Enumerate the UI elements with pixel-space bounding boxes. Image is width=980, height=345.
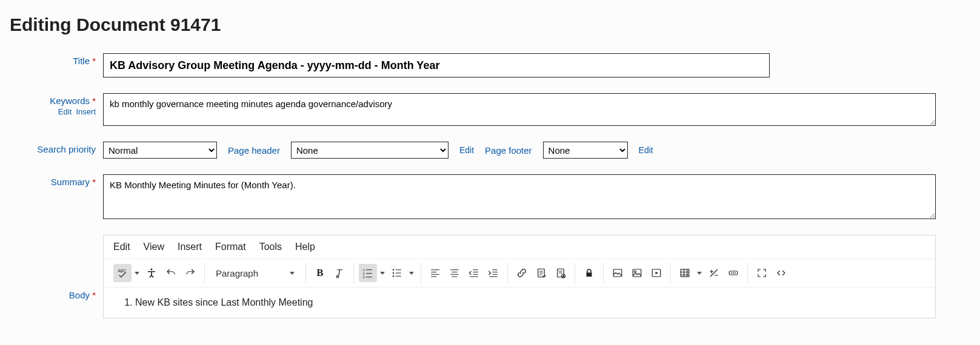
row-search-priority: Search priority Normal Page header None … bbox=[10, 142, 970, 159]
lock-icon bbox=[584, 268, 595, 278]
fullscreen-icon bbox=[756, 268, 767, 278]
svg-point-20 bbox=[735, 272, 736, 274]
source-code-button[interactable] bbox=[772, 264, 790, 282]
editor-content[interactable]: New KB sites since Last Monthly Meeting bbox=[104, 288, 935, 318]
svg-text:1: 1 bbox=[363, 268, 365, 272]
bold-button[interactable]: B bbox=[311, 264, 329, 282]
new-doc-icon bbox=[555, 268, 566, 278]
fullscreen-button[interactable] bbox=[753, 264, 771, 282]
title-input[interactable] bbox=[103, 53, 770, 77]
rich-text-editor: Edit View Insert Format Tools Help ABC bbox=[103, 235, 936, 318]
page-footer-select[interactable]: None bbox=[543, 142, 628, 159]
row-summary: Summary * bbox=[10, 174, 970, 219]
keywords-edit-link[interactable]: Edit bbox=[58, 107, 72, 116]
editor-menubar: Edit View Insert Format Tools Help bbox=[104, 235, 935, 259]
undo-button[interactable] bbox=[162, 264, 180, 282]
table-caret[interactable] bbox=[695, 264, 704, 282]
row-keywords: Keywords * Edit Insert bbox=[10, 93, 970, 126]
svg-rect-11 bbox=[587, 272, 592, 277]
new-doc-button[interactable] bbox=[552, 264, 570, 282]
page-header-edit-link[interactable]: Edit bbox=[459, 145, 474, 155]
summary-label: Summary bbox=[51, 177, 90, 187]
required-mark: * bbox=[92, 177, 96, 187]
media-button[interactable] bbox=[647, 264, 665, 282]
block-format-select[interactable]: Paragraph bbox=[210, 264, 301, 282]
redo-icon bbox=[185, 268, 196, 278]
spellcheck-caret[interactable] bbox=[133, 264, 141, 282]
required-mark: * bbox=[92, 290, 96, 300]
ellipsis-icon bbox=[728, 268, 739, 278]
accessibility-button[interactable] bbox=[142, 264, 161, 282]
ordered-list-button[interactable]: 123 bbox=[359, 264, 377, 282]
indent-icon bbox=[488, 268, 499, 278]
redo-button[interactable] bbox=[181, 264, 199, 282]
align-left-icon bbox=[430, 268, 441, 278]
plus-minus-icon bbox=[708, 268, 719, 278]
page-footer-edit-link[interactable]: Edit bbox=[639, 145, 653, 155]
summary-input[interactable] bbox=[103, 174, 936, 219]
align-center-icon bbox=[449, 268, 460, 278]
svg-point-19 bbox=[733, 272, 734, 274]
required-mark: * bbox=[92, 96, 96, 106]
doc-link-icon bbox=[536, 268, 547, 278]
indent-button[interactable] bbox=[484, 264, 502, 282]
ordered-list-caret[interactable] bbox=[378, 264, 387, 282]
clear-format-icon bbox=[334, 268, 345, 278]
unordered-list-icon bbox=[392, 268, 402, 278]
doc-link-button[interactable] bbox=[532, 264, 550, 282]
svg-rect-16 bbox=[681, 269, 689, 277]
accessibility-icon bbox=[146, 268, 157, 278]
body-label: Body bbox=[69, 290, 90, 300]
spellcheck-button[interactable]: ABC bbox=[113, 264, 132, 282]
page-header-select[interactable]: None bbox=[291, 142, 448, 159]
align-center-button[interactable] bbox=[445, 264, 464, 282]
menu-view[interactable]: View bbox=[144, 242, 164, 252]
keywords-input[interactable] bbox=[103, 93, 936, 126]
image2-button[interactable] bbox=[628, 264, 646, 282]
menu-edit[interactable]: Edit bbox=[113, 242, 130, 252]
svg-point-1 bbox=[151, 269, 153, 271]
code-icon bbox=[776, 268, 787, 278]
table-icon bbox=[679, 268, 690, 278]
undo-icon bbox=[165, 268, 176, 278]
page-title: Editing Document 91471 bbox=[10, 15, 970, 35]
media-icon bbox=[651, 268, 662, 278]
keywords-insert-link[interactable]: Insert bbox=[76, 107, 96, 116]
svg-text:ABC: ABC bbox=[118, 269, 127, 273]
spellcheck-icon: ABC bbox=[117, 268, 128, 278]
menu-format[interactable]: Format bbox=[215, 242, 246, 252]
svg-point-6 bbox=[393, 272, 394, 274]
menu-insert[interactable]: Insert bbox=[178, 242, 202, 252]
block-format-label: Paragraph bbox=[216, 268, 258, 278]
unordered-list-caret[interactable] bbox=[407, 264, 416, 282]
menu-tools[interactable]: Tools bbox=[259, 242, 282, 252]
list-item: New KB sites since Last Monthly Meeting bbox=[135, 297, 922, 308]
image-button[interactable] bbox=[608, 264, 627, 282]
align-left-button[interactable] bbox=[426, 264, 444, 282]
search-priority-select[interactable]: Normal bbox=[103, 142, 217, 159]
more-button[interactable] bbox=[724, 264, 742, 282]
svg-rect-12 bbox=[613, 269, 622, 277]
unordered-list-button[interactable] bbox=[388, 264, 406, 282]
special-char-button[interactable] bbox=[705, 264, 723, 282]
svg-point-7 bbox=[393, 275, 394, 277]
link-button[interactable] bbox=[513, 264, 531, 282]
outdent-icon bbox=[468, 268, 479, 278]
image2-icon bbox=[632, 268, 642, 278]
keywords-label: Keywords bbox=[50, 96, 90, 106]
permissions-button[interactable] bbox=[580, 264, 598, 282]
row-body: Body * Edit View Insert Format Tools Hel… bbox=[10, 235, 970, 318]
link-icon bbox=[516, 268, 527, 278]
row-title: Title * bbox=[10, 53, 970, 77]
page-header-label: Page header bbox=[228, 145, 280, 156]
svg-point-5 bbox=[393, 269, 394, 271]
svg-point-14 bbox=[635, 271, 636, 272]
outdent-button[interactable] bbox=[465, 264, 483, 282]
clear-format-button[interactable] bbox=[330, 264, 348, 282]
menu-help[interactable]: Help bbox=[295, 242, 315, 252]
table-button[interactable] bbox=[676, 264, 694, 282]
chevron-down-icon bbox=[290, 272, 295, 275]
required-mark: * bbox=[92, 56, 96, 66]
svg-text:3: 3 bbox=[363, 275, 365, 278]
svg-text:2: 2 bbox=[363, 272, 365, 275]
